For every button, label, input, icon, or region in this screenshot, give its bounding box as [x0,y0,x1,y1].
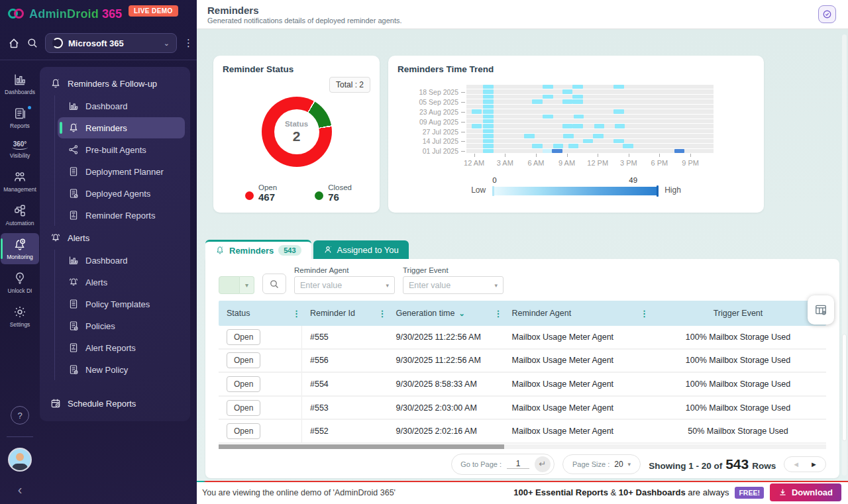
rail-item-settings[interactable]: Settings [1,301,39,332]
cell-reminder-agent: Mailbox Usage Meter Agent [504,373,651,395]
bulb-icon [13,272,26,285]
menu-section-alerts[interactable]: Alerts [45,227,185,249]
cell-reminder-id: #552 [302,420,388,442]
open-status-button[interactable]: Open [227,352,260,368]
rail-item-label: Visibility [10,152,30,159]
sidebar-item-reminders[interactable]: Reminders [58,117,185,138]
next-page-icon[interactable]: ► [810,460,818,468]
heatmap-cell [483,95,494,99]
total-rows: 543 [725,456,749,472]
reminder-agent-select[interactable]: Enter value ▾ [294,276,395,294]
home-icon[interactable] [8,37,20,49]
table-row[interactable]: Open #553 9/30/2025 2:03:00 AM Mailbox U… [219,397,826,421]
reminder-agent-filter: Reminder Agent Enter value ▾ [294,266,395,294]
filter-button[interactable] [219,276,240,294]
main-area: Reminders Generated notifications detail… [197,0,848,504]
heatmap-cell [562,89,573,93]
column-header-generation-time[interactable]: Generation time⌄⋮ [388,301,504,326]
collapse-sidebar-icon[interactable]: ‹ [18,482,23,497]
column-resize-handle-icon[interactable]: ⋮ [292,309,301,319]
docs-icon [13,107,26,120]
table-search-button[interactable] [262,274,286,294]
page-size-control[interactable]: Page Size : 20 ▾ [562,454,641,474]
open-status-button[interactable]: Open [227,329,260,345]
sidebar-item-policies[interactable]: Policies [58,315,185,336]
open-status-button[interactable]: Open [227,423,260,439]
page-title: Reminders [207,5,402,16]
column-header-reminder-id[interactable]: Reminder Id⋮ [302,301,388,326]
vertical-scrollbar[interactable] [842,34,847,476]
history-clock-button[interactable] [818,5,836,23]
return-arrow-icon: ↵ [539,459,547,469]
tab-assigned-to-you[interactable]: Assigned to You [313,240,409,259]
column-header-trigger-event[interactable]: Trigger Event [650,301,826,326]
rail-item-visibility[interactable]: 360°Visibility [1,136,39,163]
sidebar-item-reminder-reports[interactable]: Reminder Reports [58,205,185,226]
sidebar-item-alert-reports[interactable]: Alert Reports [58,337,185,358]
workspace-selector[interactable]: Microsoft 365 ⌄ [45,33,177,53]
open-status-button[interactable]: Open [227,376,260,392]
sidebar-item-deployment-planner[interactable]: Deployment Planner [58,161,185,182]
download-label: Download [792,487,833,497]
x-axis-label: 9 PM [682,159,699,167]
y-axis-label: 23 Aug 2025 [419,108,458,116]
column-resize-handle-icon[interactable]: ⋮ [378,309,386,319]
sidebar-item-deployed-agents[interactable]: Deployed Agents [58,183,185,204]
rail-item-automation[interactable]: Automation [1,199,39,230]
demo-notice: You are viewing the online demo of 'Admi… [202,488,396,497]
trigger-event-select[interactable]: Enter value ▾ [403,276,504,294]
sidebar-item-dashboard[interactable]: Dashboard [58,95,185,117]
sidebar-item-schedule-reports[interactable]: Schedule Reports [45,392,185,415]
sidebar-item-policy-templates[interactable]: Policy Templates [58,293,185,315]
heatmap-cell [532,99,543,103]
legend-gradient-bar[interactable] [492,187,658,195]
column-header-reminder-agent[interactable]: Reminder Agent⋮ [504,301,650,326]
heatmap-grid[interactable] [466,85,714,154]
filter-dropdown-button[interactable]: ▾ [240,276,254,294]
column-header-status[interactable]: Status⋮ [219,301,302,326]
open-status-button[interactable]: Open [227,400,260,416]
cell-trigger-event: 100% Mailbox Storage Used [650,350,826,372]
sort-desc-icon[interactable]: ⌄ [458,309,464,318]
sidebar-item-alerts[interactable]: Alerts [58,272,185,293]
column-chooser-button[interactable] [808,295,834,325]
menu-section-reminders-follow-up[interactable]: Reminders & Follow-up [45,72,185,95]
rail-item-reports[interactable]: Reports [1,102,39,133]
heatmap-cell [483,115,494,119]
rail-item-management[interactable]: Management [1,166,39,197]
table-row[interactable]: Open #552 9/30/2025 2:02:16 AM Mailbox U… [219,420,826,444]
sidebar-item-new-policy[interactable]: New Policy [58,359,185,380]
y-axis-label: 05 Sep 2025 [419,98,458,106]
rail-item-monitoring[interactable]: Monitoring [1,233,39,264]
heatmap-cell [613,109,624,113]
column-resize-handle-icon[interactable]: ⋮ [640,309,649,319]
table-row[interactable]: Open #555 9/30/2025 11:22:56 AM Mailbox … [219,326,826,350]
previous-page-icon[interactable]: ◄ [792,460,800,468]
goto-page-input[interactable] [507,459,529,469]
menu-section-label: Alerts [68,233,89,243]
sidebar-item-pre-built-agents[interactable]: Pre-built Agents [58,139,185,160]
goto-page-go-button[interactable]: ↵ [535,456,551,472]
scrollbar-thumb[interactable] [843,334,846,440]
help-button[interactable]: ? [11,406,29,425]
x-axis-tick [567,154,568,157]
sidebar-item-dashboard[interactable]: Dashboard [58,250,185,271]
sidebar-toolbar: Microsoft 365 ⌄ ⋮ [0,28,197,60]
tab-reminders[interactable]: Reminders543 [205,240,311,259]
user-avatar[interactable] [8,448,32,472]
scrollbar-thumb[interactable] [219,444,504,449]
legend-entry-closed[interactable]: Closed76 [315,183,352,203]
legend-entry-open[interactable]: Open467 [245,183,277,203]
tabs-row: Reminders543Assigned to You [205,239,839,259]
table-row[interactable]: Open #554 9/30/2025 8:58:33 AM Mailbox U… [219,373,826,397]
more-options-icon[interactable]: ⋮ [184,41,190,45]
horizontal-scrollbar[interactable] [219,444,826,449]
column-resize-handle-icon[interactable]: ⋮ [494,309,502,319]
download-button[interactable]: Download [770,483,841,501]
search-icon[interactable] [26,37,38,49]
status-donut-chart[interactable]: Status 2 [262,97,332,167]
table-row[interactable]: Open #556 9/30/2025 11:22:56 AM Mailbox … [219,350,826,374]
reminders-table: Status⋮Reminder Id⋮Generation time⌄⋮Remi… [219,301,826,449]
rail-item-unlock-di[interactable]: Unlock DI [1,267,39,298]
rail-item-dashboards[interactable]: Dashboards [1,68,39,99]
